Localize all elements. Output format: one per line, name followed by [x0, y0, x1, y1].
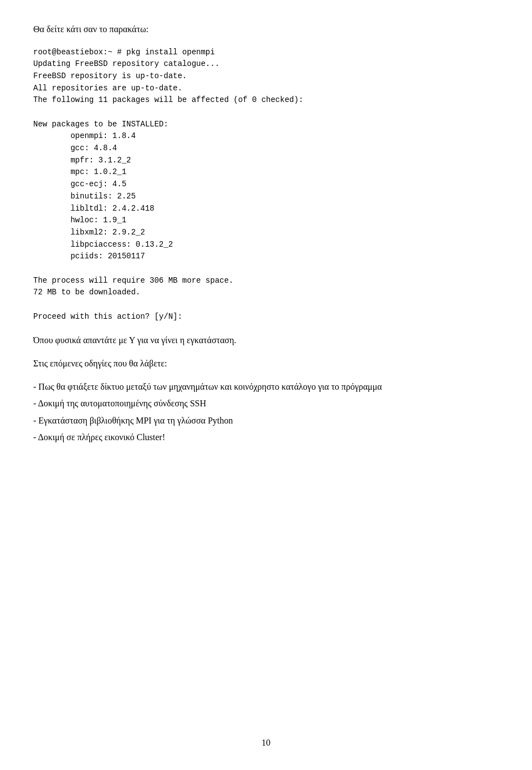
bullets-list: - Πως θα φτιάξετε δίκτυο μεταξύ των μηχα… — [33, 379, 499, 446]
section3-title: Στις επόμενες οδηγίες που θα λάβετε: — [33, 356, 499, 371]
intro-line: Θα δείτε κάτι σαν το παρακάτω: — [33, 22, 499, 37]
bullet-item-2: - Δοκιμή της αυτοματοποιημένης σύνδεσης … — [33, 395, 499, 412]
bullet-item-4: - Δοκιμή σε πλήρες εικονικό Cluster! — [33, 429, 499, 446]
section2-text: Όπου φυσικά απαντάτε με Υ για να γίνει η… — [33, 333, 499, 348]
bullet-item-1: - Πως θα φτιάξετε δίκτυο μεταξύ των μηχα… — [33, 379, 499, 395]
terminal-output: root@beastiebox:~ # pkg install openmpi … — [33, 47, 499, 323]
bullet-item-3: - Εγκατάσταση βιβλιοθήκης MPI για τη γλώ… — [33, 412, 499, 429]
page-number: 10 — [262, 738, 270, 748]
